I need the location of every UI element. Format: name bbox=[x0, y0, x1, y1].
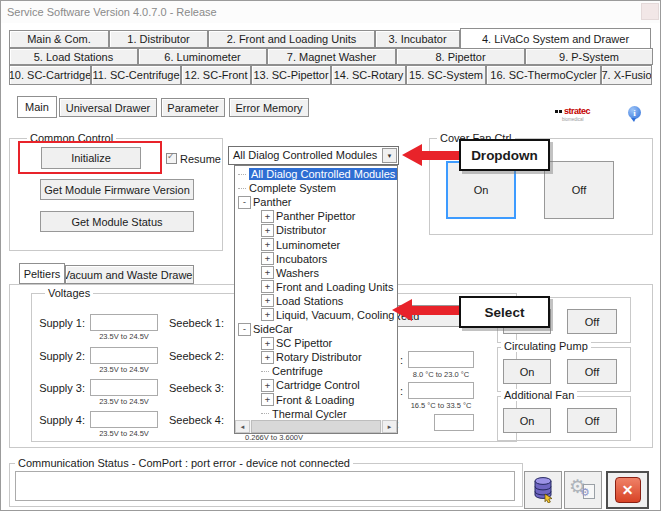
expand-icon[interactable]: + bbox=[261, 210, 274, 223]
tree-item-liquid-vacuum-cooling-system[interactable]: +Liquid, Vacuum, Cooling System bbox=[235, 308, 397, 322]
expand-icon[interactable]: + bbox=[261, 280, 274, 293]
scrollbar-thumb[interactable] bbox=[251, 420, 381, 433]
supply-2-field[interactable] bbox=[90, 347, 158, 364]
tree-connector bbox=[261, 413, 269, 414]
close-button[interactable] bbox=[641, 3, 659, 20]
comm-status-log[interactable] bbox=[15, 471, 515, 501]
logo-text: stratec bbox=[564, 106, 590, 116]
supply-3-field[interactable] bbox=[90, 379, 158, 396]
tab-10-sc-cartridge[interactable]: 10. SC-Cartridge bbox=[9, 65, 91, 85]
tab-1-distributor[interactable]: 1. Distributor bbox=[109, 30, 208, 48]
tree-item-centrifuge[interactable]: Centrifuge bbox=[235, 364, 397, 378]
expand-icon[interactable]: + bbox=[261, 393, 274, 406]
initialize-button[interactable]: Initialize bbox=[41, 147, 141, 169]
supply-2-limit: 23.5V to 24.5V bbox=[81, 365, 167, 374]
select-arrow-icon bbox=[392, 299, 412, 321]
tab-15-sc-system[interactable]: 15. SC-System bbox=[406, 65, 486, 85]
tree-item-washers[interactable]: +Washers bbox=[235, 266, 397, 280]
tree-item-label: Thermal Cycler bbox=[272, 408, 347, 420]
supply-4-field[interactable] bbox=[90, 411, 158, 428]
supply-1-field[interactable] bbox=[90, 314, 158, 331]
tab-4-livaco-system-and-drawer[interactable]: 4. LiVaCo System and Drawer bbox=[460, 28, 651, 49]
tab-12-sc-front[interactable]: 12. SC-Front bbox=[181, 65, 251, 85]
tab-vacuum-waste-drawer[interactable]: Vacuum and Waste Drawer bbox=[65, 265, 194, 284]
tree-item-complete-system[interactable]: Complete System bbox=[235, 181, 397, 195]
tab-17-x-fusion[interactable]: 17. X-Fusion bbox=[601, 65, 652, 85]
tree-item-all-dialog-controlled-modules[interactable]: All Dialog Controlled Modules bbox=[235, 167, 397, 181]
expand-icon[interactable]: + bbox=[261, 337, 274, 350]
tree-item-incubators[interactable]: +Incubators bbox=[235, 252, 397, 266]
logo-dots-icon bbox=[555, 110, 558, 113]
subtab-universal-drawer[interactable]: Universal Drawer bbox=[59, 98, 157, 117]
tab-16-sc-thermocycler[interactable]: 16. SC-ThermoCycler bbox=[486, 65, 601, 85]
tree-item-front-and-loading-units[interactable]: +Front and Loading Units bbox=[235, 280, 397, 294]
tree-item-load-stations[interactable]: +Load Stations bbox=[235, 294, 397, 308]
tab-5-load-stations[interactable]: 5. Load Stations bbox=[9, 48, 138, 65]
subtab-label: Main bbox=[25, 101, 49, 113]
scroll-right-icon[interactable]: ► bbox=[382, 420, 397, 433]
expand-icon[interactable]: + bbox=[261, 351, 274, 364]
tree-item-front-loading[interactable]: +Front & Loading bbox=[235, 393, 397, 407]
exit-button[interactable]: ✕ bbox=[606, 471, 649, 509]
export-database-button[interactable] bbox=[524, 471, 562, 509]
expand-icon[interactable]: + bbox=[261, 379, 274, 392]
comm-status-title: Communication Status - ComPort : port er… bbox=[15, 457, 353, 469]
seebeck-2-label: Seebeck 2: bbox=[151, 350, 224, 362]
collapse-icon[interactable]: - bbox=[238, 196, 251, 209]
subtab-error-memory[interactable]: Error Memory bbox=[229, 98, 309, 117]
tree-item-label: Liquid, Vacuum, Cooling System bbox=[276, 309, 397, 321]
expand-icon[interactable]: + bbox=[261, 224, 274, 237]
expand-icon[interactable]: + bbox=[261, 252, 274, 265]
tab-11-sc-centrifuge[interactable]: 11. SC-Centrifuge bbox=[91, 65, 181, 85]
get-status-button[interactable]: Get Module Status bbox=[40, 211, 194, 232]
scroll-left-icon[interactable]: ◄ bbox=[235, 420, 250, 433]
module-tree-list[interactable]: All Dialog Controlled ModulesComplete Sy… bbox=[234, 165, 398, 434]
tree-item-label: Centrifuge bbox=[272, 365, 323, 377]
combo-dropdown-button[interactable]: ▼ bbox=[382, 148, 397, 163]
tab-3-incubator[interactable]: 3. Incubator bbox=[375, 30, 460, 48]
logo-dots-icon bbox=[559, 110, 562, 113]
tree-item-label: Load Stations bbox=[276, 295, 343, 307]
duty-factor-field[interactable] bbox=[434, 414, 474, 431]
tree-item-panther-pipettor[interactable]: +Panther Pipettor bbox=[235, 209, 397, 223]
tab-8-pipettor[interactable]: 8. Pipettor bbox=[396, 48, 525, 65]
tree-item-distributor[interactable]: +Distributor bbox=[235, 223, 397, 237]
tab-2-front-and-loading-units[interactable]: 2. Front and Loading Units bbox=[208, 30, 375, 48]
expand-icon[interactable]: + bbox=[261, 238, 274, 251]
tab-7-magnet-washer[interactable]: 7. Magnet Washer bbox=[267, 48, 396, 65]
module-combobox[interactable]: All Dialog Controlled Modules bbox=[228, 146, 399, 165]
subtab-label: Error Memory bbox=[235, 102, 302, 114]
tree-item-cartridge-control[interactable]: +Cartridge Control bbox=[235, 378, 397, 392]
temperature-field-1[interactable] bbox=[408, 351, 474, 368]
tree-item-luminometer[interactable]: +Luminometer bbox=[235, 237, 397, 251]
additional-fan-off-button[interactable]: Off bbox=[567, 408, 617, 433]
subtab-main[interactable]: Main bbox=[17, 96, 57, 118]
resume-checkbox[interactable]: ✓ bbox=[166, 153, 177, 164]
tab-9-p-system[interactable]: 9. P-System bbox=[525, 48, 653, 65]
get-firmware-button[interactable]: Get Module Firmware Version bbox=[40, 179, 194, 200]
tree-item-rotary-distributor[interactable]: +Rotary Distributor bbox=[235, 350, 397, 364]
tab-14-sc-rotary[interactable]: 14. SC-Rotary bbox=[331, 65, 406, 85]
cover-fan-off-button[interactable]: Off bbox=[544, 161, 614, 219]
group-1-off-button[interactable]: Off bbox=[567, 309, 617, 334]
tree-item-sidecar[interactable]: -SideCar bbox=[235, 322, 397, 336]
tree-item-panther[interactable]: -Panther bbox=[235, 195, 397, 209]
collapse-icon[interactable]: - bbox=[238, 323, 251, 336]
tab-6-luminometer[interactable]: 6. Luminometer bbox=[138, 48, 267, 65]
tab-peltiers[interactable]: Peltiers bbox=[19, 263, 65, 284]
temperature-field-2[interactable] bbox=[408, 382, 474, 399]
expand-icon[interactable]: + bbox=[261, 266, 274, 279]
horizontal-scrollbar[interactable]: ◄ ► bbox=[235, 420, 397, 433]
expand-icon[interactable]: + bbox=[261, 294, 274, 307]
circulating-pump-off-button[interactable]: Off bbox=[567, 359, 617, 384]
tab-main-com[interactable]: Main & Com. bbox=[9, 30, 109, 48]
tree-item-sc-pipettor[interactable]: +SC Pipettor bbox=[235, 336, 397, 350]
expand-icon[interactable]: + bbox=[261, 308, 274, 321]
tree-item-thermal-cycler[interactable]: Thermal Cycler bbox=[235, 407, 397, 421]
process-settings-button[interactable]: ⚙ ⚙ bbox=[564, 471, 602, 509]
tab-13-sc-pipettor[interactable]: 13. SC-Pipettor bbox=[251, 65, 331, 85]
circulating-pump-on-button[interactable]: On bbox=[503, 359, 551, 384]
subtab-label: Parameter bbox=[167, 102, 218, 114]
additional-fan-on-button[interactable]: On bbox=[503, 408, 551, 433]
subtab-parameter[interactable]: Parameter bbox=[161, 98, 225, 117]
